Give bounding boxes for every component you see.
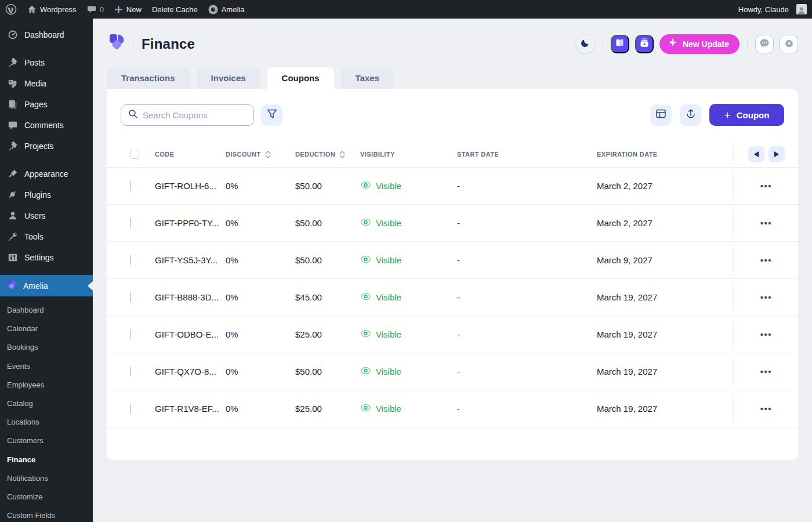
row-menu-button[interactable]: •••: [760, 367, 772, 376]
columns-icon: [655, 108, 666, 121]
page-title: Finance: [142, 36, 195, 52]
main-content: Finance Ne: [93, 19, 812, 522]
row-checkbox[interactable]: [130, 404, 131, 414]
search-input[interactable]: [143, 110, 246, 120]
visibility-label: Visible: [376, 329, 401, 339]
scroll-left-button[interactable]: [748, 146, 764, 162]
new-update-button[interactable]: New Update: [659, 34, 740, 54]
table-row: GIFT-PPF0-TY... 0% $50.00 Visible - Marc…: [107, 205, 798, 242]
tab[interactable]: Invoices: [197, 67, 260, 89]
howdy-account-menu[interactable]: Howdy, Claude: [733, 0, 812, 19]
coupon-expiration-date: March 19, 2027: [597, 292, 734, 302]
amelia-submenu-item[interactable]: Bookings: [0, 338, 93, 357]
wp-logo-menu[interactable]: [0, 0, 22, 19]
table-row: GIFT-QX7O-8... 0% $50.00 Visible - March…: [107, 353, 798, 390]
sidebar-item-pages[interactable]: Pages: [0, 94, 93, 115]
sidebar-item-label: Plugins: [24, 190, 51, 200]
row-checkbox[interactable]: [130, 292, 131, 302]
sidebar-item-plugins[interactable]: Plugins: [0, 184, 93, 205]
row-checkbox[interactable]: [130, 329, 131, 339]
table-body: GIFT-ROLH-6... 0% $50.00 Visible - March…: [107, 168, 798, 427]
amelia-submenu-item[interactable]: Employees: [0, 376, 93, 394]
row-actions: •••: [734, 390, 798, 427]
new-label: New: [126, 5, 142, 14]
comment-bubble-icon: [87, 5, 96, 14]
row-actions: •••: [734, 279, 798, 316]
coupon-expiration-date: March 2, 2027: [597, 218, 734, 228]
sort-icon[interactable]: [339, 151, 345, 158]
sidebar-item-dashboard[interactable]: Dashboard: [0, 24, 93, 45]
delete-cache-menu[interactable]: Delete Cache: [147, 0, 203, 19]
sort-icon[interactable]: [265, 151, 271, 158]
coupon-start-date: -: [457, 329, 597, 339]
amelia-submenu-item[interactable]: Finance: [0, 451, 93, 469]
sidebar-item-amelia[interactable]: Amelia: [0, 275, 93, 296]
amelia-submenu-item[interactable]: Custom Fields: [0, 506, 93, 522]
row-menu-button[interactable]: •••: [760, 218, 772, 228]
row-menu-button[interactable]: •••: [760, 292, 772, 302]
export-button[interactable]: [680, 104, 701, 126]
amelia-submenu-item[interactable]: Locations: [0, 413, 93, 432]
visibility-badge: Visible: [360, 329, 457, 339]
amelia-submenu-item[interactable]: Catalog: [0, 394, 93, 413]
visibility-badge: Visible: [360, 292, 457, 302]
visibility-badge: Visible: [360, 181, 457, 191]
howdy-label: Howdy, Claude: [738, 5, 789, 14]
row-checkbox[interactable]: [130, 255, 131, 265]
site-name-menu[interactable]: Wordpress: [22, 0, 82, 19]
row-menu-button[interactable]: •••: [760, 329, 772, 339]
filter-button[interactable]: [261, 104, 282, 126]
documentation-button[interactable]: [611, 35, 629, 53]
dark-mode-toggle[interactable]: [575, 34, 595, 54]
coupon-start-date: -: [457, 367, 597, 376]
amelia-submenu-item[interactable]: Notifications: [0, 469, 93, 488]
column-header-deduction: DEDUCTION: [295, 151, 360, 158]
row-actions: •••: [734, 316, 798, 353]
amelia-submenu-item[interactable]: Dashboard: [0, 301, 93, 320]
visibility-eye-icon: [360, 404, 371, 414]
add-coupon-button[interactable]: + Coupon: [709, 104, 784, 126]
manage-columns-button[interactable]: [650, 104, 672, 126]
amelia-submenu-item[interactable]: Customize: [0, 488, 93, 506]
settings-gear-button[interactable]: [780, 35, 798, 53]
table-row: GIFT-B888-3D... 0% $45.00 Visible - Marc…: [107, 279, 798, 316]
new-content-menu[interactable]: New: [109, 0, 147, 19]
amelia-submenu-item[interactable]: Events: [0, 357, 93, 376]
row-checkbox[interactable]: [130, 218, 131, 228]
sidebar-item-settings[interactable]: Settings: [0, 247, 93, 268]
row-menu-button[interactable]: •••: [760, 181, 772, 191]
feedback-chat-button[interactable]: [755, 35, 774, 53]
current-menu-arrow: [88, 281, 93, 291]
sidebar-item-users[interactable]: Users: [0, 205, 93, 226]
sidebar-item-tools[interactable]: Tools: [0, 226, 93, 247]
row-checkbox[interactable]: [130, 367, 131, 376]
scroll-right-button[interactable]: [768, 146, 785, 162]
amelia-submenu-item[interactable]: Calendar: [0, 320, 93, 338]
dashboard-icon: [7, 29, 19, 41]
tab[interactable]: Transactions: [107, 67, 190, 89]
book-icon: [615, 39, 625, 49]
sidebar-item-appearance[interactable]: Appearance: [0, 164, 93, 184]
comments-menu[interactable]: 0: [82, 0, 109, 19]
video-tutorials-button[interactable]: [635, 35, 654, 53]
wordpress-logo-icon: [5, 3, 17, 15]
row-menu-button[interactable]: •••: [760, 404, 772, 414]
export-icon: [686, 108, 696, 122]
amelia-submenu-item[interactable]: Customers: [0, 432, 93, 450]
coupon-discount: 0%: [226, 329, 295, 339]
coupon-discount: 0%: [226, 218, 295, 228]
row-checkbox[interactable]: [130, 181, 131, 191]
tab[interactable]: Taxes: [341, 67, 394, 89]
tab[interactable]: Coupons: [267, 67, 334, 89]
coupons-panel: + Coupon CODE DISCOUNT DEDUCTION VISIBIL…: [107, 89, 798, 460]
sidebar-item-media[interactable]: Media: [0, 73, 93, 94]
row-menu-button[interactable]: •••: [760, 255, 772, 265]
star-icon: [668, 38, 678, 50]
sidebar-item-posts[interactable]: Posts: [0, 52, 93, 73]
wp-admin-bar: Wordpress 0 New Delete Cache Amelia Howd…: [0, 0, 812, 19]
sidebar-item-projects[interactable]: Projects: [0, 136, 93, 157]
amelia-adminbar-menu[interactable]: Amelia: [203, 0, 250, 19]
sidebar-item-comments[interactable]: Comments: [0, 115, 93, 136]
select-all-checkbox[interactable]: [130, 150, 139, 159]
coupon-code: GIFT-YS5J-3Y...: [155, 255, 226, 265]
